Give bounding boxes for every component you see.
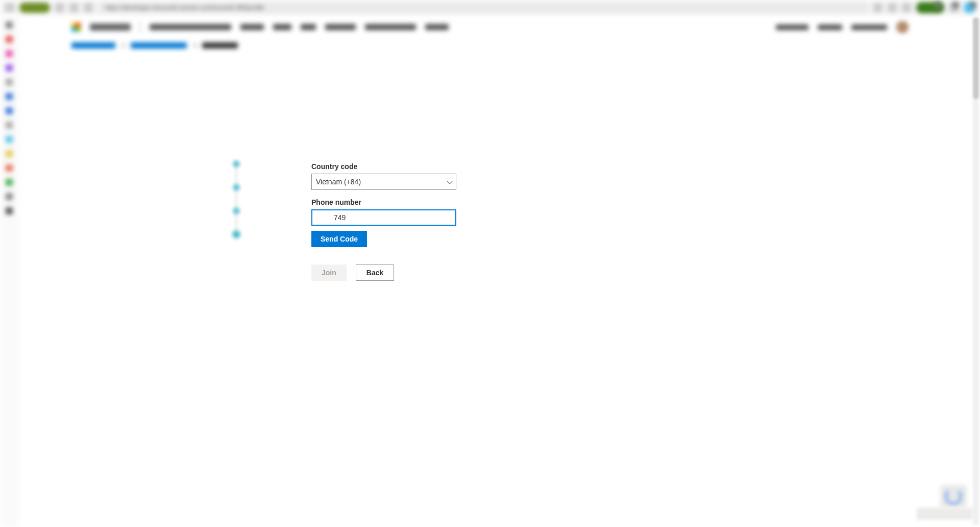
nav-docs[interactable] [301,24,316,30]
nav-explore[interactable] [240,24,264,30]
sidebar-item[interactable] [6,122,13,129]
step-connector [236,191,237,207]
country-code-label: Country code [311,162,456,171]
country-code-value: Vietnam (+84) [316,178,361,186]
progress-stepper [233,160,240,238]
sidebar-item[interactable] [6,21,13,29]
extension-icon[interactable] [873,3,883,12]
step-connector [236,214,237,231]
browser-sidebar [0,15,18,527]
phone-verification-form: Country code Vietnam (+84) Phone number … [311,162,456,281]
header-divider [140,21,140,33]
sidebar-item[interactable] [6,64,13,71]
maximize-icon[interactable] [952,2,959,8]
back-to-top-button[interactable] [917,508,973,520]
refresh-icon[interactable] [84,3,93,12]
browser-chrome: https://developer.microsoft.com/en-us/mi… [0,0,980,15]
nav-support[interactable] [425,24,449,30]
header-user-area [776,20,909,34]
sidebar-item[interactable] [6,193,13,200]
nav-back-icon[interactable] [69,3,79,12]
new-tab-icon[interactable] [55,3,64,12]
form-actions: Join Back [311,265,456,281]
minimize-icon[interactable] [935,2,941,8]
step-dot [233,160,240,167]
recaptcha-badge [940,485,967,508]
step-connector [236,167,237,184]
browser-menu-icon [5,3,14,12]
sidebar-add-icon[interactable] [6,207,13,214]
scroll-thumb[interactable] [973,17,979,99]
browser-tab[interactable] [19,3,50,13]
all-microsoft-link[interactable] [776,25,808,30]
join-button: Join [311,265,347,281]
sidebar-item[interactable] [6,136,13,143]
close-icon[interactable] [970,2,976,8]
favorites-icon[interactable] [888,3,897,12]
search-link[interactable] [818,25,842,30]
site-title[interactable] [150,24,231,30]
phone-number-label: Phone number [311,198,456,206]
back-button[interactable]: Back [356,265,394,281]
sidebar-item[interactable] [6,179,13,186]
sidebar-item[interactable] [6,107,13,114]
brand-text [90,23,131,31]
phone-number-field-wrapper [311,209,456,226]
sidebar-item[interactable] [6,36,13,43]
nav-developer-program[interactable] [365,24,416,30]
breadcrumb [71,40,970,51]
sidebar-item[interactable] [6,50,13,57]
step-dot-current [233,231,240,238]
sidebar-item[interactable] [6,150,13,157]
collections-icon[interactable] [902,3,911,12]
breadcrumb-current [202,42,238,49]
sidebar-item[interactable] [6,164,13,172]
breadcrumb-link[interactable] [71,42,115,49]
sidebar-item[interactable] [6,93,13,100]
step-dot [233,207,240,214]
page-scrollbar[interactable] [973,17,979,525]
phone-number-input[interactable] [315,213,452,222]
user-name[interactable] [851,25,887,30]
send-code-button[interactable]: Send Code [311,231,367,247]
user-avatar[interactable] [896,21,909,33]
country-code-select[interactable]: Vietnam (+84) [311,174,456,190]
sidebar-item[interactable] [6,79,13,86]
chevron-right-icon [192,43,197,47]
address-text: https://developer.microsoft.com/en-us/mi… [105,4,264,11]
step-dot [233,184,240,191]
nav-community[interactable] [325,24,356,30]
chevron-down-icon [447,178,452,184]
nav-learn[interactable] [273,24,291,30]
window-controls [935,2,976,8]
breadcrumb-link[interactable] [131,42,187,49]
address-bar[interactable]: https://developer.microsoft.com/en-us/mi… [98,2,868,13]
microsoft-logo-icon[interactable] [71,22,81,32]
chevron-right-icon [121,43,125,47]
